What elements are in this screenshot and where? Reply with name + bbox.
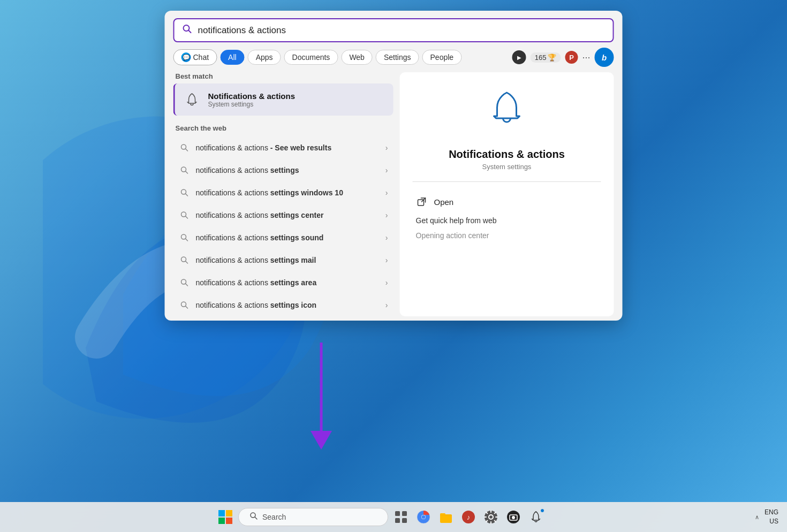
open-label: Open <box>434 197 454 207</box>
notification-dot <box>540 508 544 513</box>
best-match-item[interactable]: Notifications & actions System settings <box>173 83 394 116</box>
right-panel: Notifications & actions System settings … <box>400 72 614 316</box>
web-result-text-7: notifications & actions settings icon <box>196 301 380 309</box>
windows-start-button[interactable] <box>216 507 235 527</box>
settings-icon <box>484 510 498 524</box>
tab-all[interactable]: All <box>220 50 245 65</box>
right-panel-subtitle: System settings <box>482 163 532 171</box>
svg-rect-25 <box>218 518 225 524</box>
tab-web-label: Web <box>349 53 365 62</box>
system-clock: ENG US <box>765 508 778 526</box>
svg-line-4 <box>186 149 188 151</box>
web-result-text-6: notifications & actions settings area <box>196 278 380 287</box>
svg-line-16 <box>186 284 188 286</box>
svg-marker-22 <box>311 431 332 450</box>
open-action[interactable]: Open <box>413 191 601 213</box>
bing-button[interactable]: b <box>595 48 614 67</box>
chrome-icon <box>417 510 430 524</box>
svg-rect-30 <box>402 511 407 516</box>
web-result-3[interactable]: notifications & actions settings center … <box>173 204 394 226</box>
svg-rect-24 <box>226 510 232 516</box>
tab-chat[interactable]: 💬 Chat <box>173 49 217 65</box>
quick-help-item[interactable]: Get quick help from web <box>413 213 601 228</box>
tab-web[interactable]: Web <box>341 50 373 65</box>
search-icon-6 <box>179 277 191 288</box>
tab-settings-label: Settings <box>384 53 411 62</box>
best-match-title: Notifications & actions <box>208 92 296 101</box>
right-bell-icon <box>486 88 528 140</box>
settings-button[interactable] <box>481 507 501 527</box>
best-match-label: Best match <box>173 72 394 80</box>
purple-arrow-annotation <box>289 343 353 460</box>
music-icon: ♪ <box>461 510 475 524</box>
trophy-icon: 🏆 <box>548 54 556 62</box>
best-match-info: Notifications & actions System settings <box>208 92 296 108</box>
search-panel: 💬 Chat All Apps Documents Web Settings P… <box>165 11 623 321</box>
task-view-button[interactable] <box>391 507 411 527</box>
search-icon-4 <box>179 232 191 244</box>
web-result-text-2: notifications & actions settings windows… <box>196 188 380 197</box>
svg-rect-26 <box>226 518 232 524</box>
svg-rect-31 <box>395 518 400 523</box>
web-result-6[interactable]: notifications & actions settings area › <box>173 271 394 294</box>
quick-help-label: Get quick help from web <box>416 216 497 225</box>
music-app-button[interactable]: ♪ <box>459 507 478 527</box>
right-divider <box>413 181 601 182</box>
taskbar-search-bar[interactable]: Search <box>238 508 388 526</box>
play-button[interactable]: ▶ <box>512 50 526 64</box>
chevron-right-icon-0: › <box>385 143 388 152</box>
web-result-1[interactable]: notifications & actions settings › <box>173 159 394 181</box>
svg-rect-23 <box>218 510 225 516</box>
web-result-5[interactable]: notifications & actions settings mail › <box>173 249 394 271</box>
svg-point-35 <box>421 515 425 519</box>
search-input[interactable] <box>198 25 606 36</box>
opening-action-item[interactable]: Opening action center <box>413 228 601 243</box>
search-web-label: Search the web <box>173 124 394 132</box>
tab-extras: ▶ 165 🏆 P ··· b <box>512 48 614 67</box>
chevron-right-icon-6: › <box>385 278 388 287</box>
system-tray-expand-button[interactable]: ∧ <box>753 512 761 523</box>
taskbar-search-label: Search <box>262 513 286 521</box>
notification-center-button[interactable] <box>526 507 546 527</box>
svg-line-12 <box>186 239 188 241</box>
best-match-subtitle: System settings <box>208 101 296 108</box>
tab-apps[interactable]: Apps <box>248 50 281 65</box>
web-result-4[interactable]: notifications & actions settings sound › <box>173 226 394 249</box>
chevron-right-icon-4: › <box>385 233 388 242</box>
tab-settings[interactable]: Settings <box>376 50 419 65</box>
taskbar-center: Search <box>9 507 753 527</box>
search-input-row <box>165 11 623 48</box>
count-badge: 165 🏆 <box>531 52 561 63</box>
best-match-bell-icon <box>183 90 202 109</box>
left-panel: Best match Notifications & actions Syste… <box>173 72 394 316</box>
svg-line-2 <box>188 31 191 33</box>
tab-people[interactable]: People <box>422 50 462 65</box>
search-icon <box>182 24 193 37</box>
svg-text:♪: ♪ <box>467 513 471 521</box>
p-badge[interactable]: P <box>565 51 578 64</box>
more-options-button[interactable]: ··· <box>582 52 590 63</box>
main-content: Best match Notifications & actions Syste… <box>165 72 623 316</box>
web-result-0[interactable]: notifications & actions - See web result… <box>173 136 394 159</box>
svg-line-18 <box>186 306 188 308</box>
camera-button[interactable] <box>504 507 523 527</box>
search-icon-2 <box>179 187 191 199</box>
web-result-2[interactable]: notifications & actions settings windows… <box>173 181 394 204</box>
opening-label: Opening action center <box>416 231 489 240</box>
camera-icon <box>506 510 520 524</box>
task-view-icon <box>395 511 407 523</box>
svg-rect-36 <box>440 514 452 523</box>
svg-line-28 <box>255 517 257 519</box>
chrome-button[interactable] <box>414 507 433 527</box>
search-input-box[interactable] <box>173 18 614 42</box>
svg-line-14 <box>186 261 188 263</box>
tab-all-label: All <box>228 53 237 62</box>
search-icon-7 <box>179 299 191 311</box>
tab-documents[interactable]: Documents <box>284 50 338 65</box>
web-results-list: notifications & actions - See web result… <box>173 136 394 316</box>
right-actions: Open Get quick help from web Opening act… <box>413 191 601 243</box>
file-explorer-button[interactable] <box>436 507 456 527</box>
file-explorer-icon <box>439 510 453 524</box>
web-result-7[interactable]: notifications & actions settings icon › <box>173 294 394 316</box>
svg-rect-37 <box>440 513 445 515</box>
